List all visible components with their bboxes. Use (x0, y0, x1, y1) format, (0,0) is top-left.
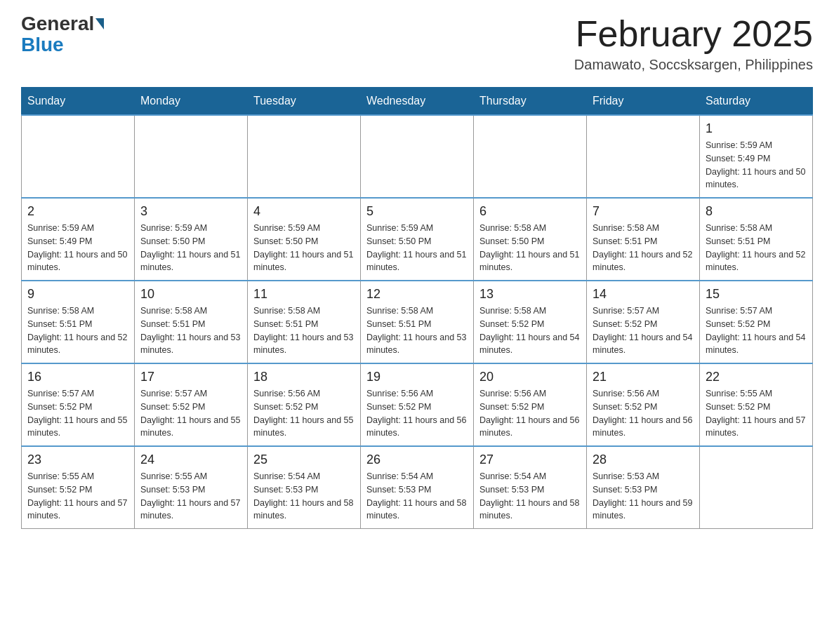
calendar-cell: 7Sunrise: 5:58 AMSunset: 5:51 PMDaylight… (587, 198, 700, 281)
day-info: Sunrise: 5:54 AMSunset: 5:53 PMDaylight:… (479, 470, 581, 523)
calendar-cell: 25Sunrise: 5:54 AMSunset: 5:53 PMDayligh… (248, 446, 361, 529)
day-number: 7 (593, 204, 694, 219)
calendar-cell: 12Sunrise: 5:58 AMSunset: 5:51 PMDayligh… (361, 281, 474, 363)
calendar-table: SundayMondayTuesdayWednesdayThursdayFrid… (21, 87, 813, 529)
day-info: Sunrise: 5:54 AMSunset: 5:53 PMDaylight:… (366, 470, 468, 523)
day-info: Sunrise: 5:58 AMSunset: 5:52 PMDaylight:… (479, 304, 581, 357)
day-info: Sunrise: 5:59 AMSunset: 5:49 PMDaylight:… (27, 222, 128, 274)
calendar-cell (248, 115, 361, 198)
calendar-cell (474, 115, 587, 198)
calendar-cell: 13Sunrise: 5:58 AMSunset: 5:52 PMDayligh… (474, 281, 587, 363)
day-number: 9 (27, 287, 128, 302)
day-number: 27 (479, 452, 581, 467)
calendar-cell: 9Sunrise: 5:58 AMSunset: 5:51 PMDaylight… (22, 281, 135, 363)
day-info: Sunrise: 5:56 AMSunset: 5:52 PMDaylight:… (366, 387, 468, 440)
day-info: Sunrise: 5:58 AMSunset: 5:51 PMDaylight:… (706, 222, 807, 274)
day-number: 6 (479, 204, 581, 219)
day-info: Sunrise: 5:57 AMSunset: 5:52 PMDaylight:… (593, 304, 694, 357)
calendar-cell: 21Sunrise: 5:56 AMSunset: 5:52 PMDayligh… (587, 363, 700, 446)
week-row-1: 2Sunrise: 5:59 AMSunset: 5:49 PMDaylight… (22, 198, 813, 281)
day-info: Sunrise: 5:54 AMSunset: 5:53 PMDaylight:… (253, 470, 355, 523)
day-info: Sunrise: 5:57 AMSunset: 5:52 PMDaylight:… (140, 387, 241, 440)
calendar-cell: 26Sunrise: 5:54 AMSunset: 5:53 PMDayligh… (361, 446, 474, 529)
calendar-cell: 23Sunrise: 5:55 AMSunset: 5:52 PMDayligh… (22, 446, 135, 529)
calendar-cell: 10Sunrise: 5:58 AMSunset: 5:51 PMDayligh… (135, 281, 248, 363)
calendar-cell: 18Sunrise: 5:56 AMSunset: 5:52 PMDayligh… (248, 363, 361, 446)
day-number: 26 (366, 452, 468, 467)
calendar-cell (22, 115, 135, 198)
calendar-cell: 2Sunrise: 5:59 AMSunset: 5:49 PMDaylight… (22, 198, 135, 281)
calendar-cell: 19Sunrise: 5:56 AMSunset: 5:52 PMDayligh… (361, 363, 474, 446)
calendar-cell (700, 446, 813, 529)
calendar-cell: 28Sunrise: 5:53 AMSunset: 5:53 PMDayligh… (587, 446, 700, 529)
day-number: 2 (27, 204, 128, 219)
calendar-cell: 4Sunrise: 5:59 AMSunset: 5:50 PMDaylight… (248, 198, 361, 281)
day-number: 28 (593, 452, 694, 467)
day-number: 23 (27, 452, 128, 467)
calendar-cell (361, 115, 474, 198)
day-info: Sunrise: 5:55 AMSunset: 5:52 PMDaylight:… (706, 387, 807, 440)
week-row-2: 9Sunrise: 5:58 AMSunset: 5:51 PMDaylight… (22, 281, 813, 363)
day-info: Sunrise: 5:59 AMSunset: 5:49 PMDaylight:… (706, 139, 807, 192)
calendar-cell: 22Sunrise: 5:55 AMSunset: 5:52 PMDayligh… (700, 363, 813, 446)
day-number: 11 (253, 287, 355, 302)
header-tuesday: Tuesday (248, 88, 361, 116)
header-monday: Monday (135, 88, 248, 116)
day-number: 4 (253, 204, 355, 219)
page-header: General Blue February 2025 Damawato, Soc… (21, 14, 813, 73)
day-info: Sunrise: 5:58 AMSunset: 5:51 PMDaylight:… (27, 304, 128, 357)
calendar-cell: 8Sunrise: 5:58 AMSunset: 5:51 PMDaylight… (700, 198, 813, 281)
day-number: 17 (140, 370, 241, 384)
day-info: Sunrise: 5:58 AMSunset: 5:51 PMDaylight:… (253, 304, 355, 357)
day-number: 25 (253, 452, 355, 467)
calendar-cell: 3Sunrise: 5:59 AMSunset: 5:50 PMDaylight… (135, 198, 248, 281)
calendar-cell: 20Sunrise: 5:56 AMSunset: 5:52 PMDayligh… (474, 363, 587, 446)
day-number: 8 (706, 204, 807, 219)
calendar-cell: 1Sunrise: 5:59 AMSunset: 5:49 PMDaylight… (700, 115, 813, 198)
day-info: Sunrise: 5:55 AMSunset: 5:52 PMDaylight:… (27, 470, 128, 523)
day-number: 14 (593, 287, 694, 302)
location-title: Damawato, Soccsksargen, Philippines (574, 57, 813, 73)
week-row-3: 16Sunrise: 5:57 AMSunset: 5:52 PMDayligh… (22, 363, 813, 446)
day-number: 19 (366, 370, 468, 384)
calendar-cell (587, 115, 700, 198)
day-number: 5 (366, 204, 468, 219)
day-number: 12 (366, 287, 468, 302)
day-number: 16 (27, 370, 128, 384)
header-sunday: Sunday (22, 88, 135, 116)
header-friday: Friday (587, 88, 700, 116)
title-block: February 2025 Damawato, Soccsksargen, Ph… (574, 14, 813, 73)
day-number: 1 (706, 121, 807, 136)
day-info: Sunrise: 5:57 AMSunset: 5:52 PMDaylight:… (706, 304, 807, 357)
month-title: February 2025 (574, 14, 813, 54)
calendar-cell: 27Sunrise: 5:54 AMSunset: 5:53 PMDayligh… (474, 446, 587, 529)
logo-blue: Blue (21, 34, 64, 55)
calendar-header-row: SundayMondayTuesdayWednesdayThursdayFrid… (22, 88, 813, 116)
logo: General Blue (21, 14, 104, 56)
header-wednesday: Wednesday (361, 88, 474, 116)
calendar-cell: 24Sunrise: 5:55 AMSunset: 5:53 PMDayligh… (135, 446, 248, 529)
week-row-0: 1Sunrise: 5:59 AMSunset: 5:49 PMDaylight… (22, 115, 813, 198)
calendar-cell: 15Sunrise: 5:57 AMSunset: 5:52 PMDayligh… (700, 281, 813, 363)
header-thursday: Thursday (474, 88, 587, 116)
day-number: 22 (706, 370, 807, 384)
day-info: Sunrise: 5:56 AMSunset: 5:52 PMDaylight:… (253, 387, 355, 440)
day-info: Sunrise: 5:56 AMSunset: 5:52 PMDaylight:… (593, 387, 694, 440)
calendar-cell: 6Sunrise: 5:58 AMSunset: 5:50 PMDaylight… (474, 198, 587, 281)
logo-general: General (21, 14, 94, 34)
calendar-cell: 17Sunrise: 5:57 AMSunset: 5:52 PMDayligh… (135, 363, 248, 446)
calendar-cell: 14Sunrise: 5:57 AMSunset: 5:52 PMDayligh… (587, 281, 700, 363)
day-info: Sunrise: 5:59 AMSunset: 5:50 PMDaylight:… (253, 222, 355, 274)
day-info: Sunrise: 5:58 AMSunset: 5:50 PMDaylight:… (479, 222, 581, 274)
day-number: 21 (593, 370, 694, 384)
day-info: Sunrise: 5:58 AMSunset: 5:51 PMDaylight:… (366, 304, 468, 357)
day-info: Sunrise: 5:58 AMSunset: 5:51 PMDaylight:… (140, 304, 241, 357)
day-info: Sunrise: 5:56 AMSunset: 5:52 PMDaylight:… (479, 387, 581, 440)
day-number: 18 (253, 370, 355, 384)
header-saturday: Saturday (700, 88, 813, 116)
day-info: Sunrise: 5:59 AMSunset: 5:50 PMDaylight:… (140, 222, 241, 274)
day-number: 15 (706, 287, 807, 302)
calendar-cell: 16Sunrise: 5:57 AMSunset: 5:52 PMDayligh… (22, 363, 135, 446)
day-info: Sunrise: 5:57 AMSunset: 5:52 PMDaylight:… (27, 387, 128, 440)
day-number: 24 (140, 452, 241, 467)
